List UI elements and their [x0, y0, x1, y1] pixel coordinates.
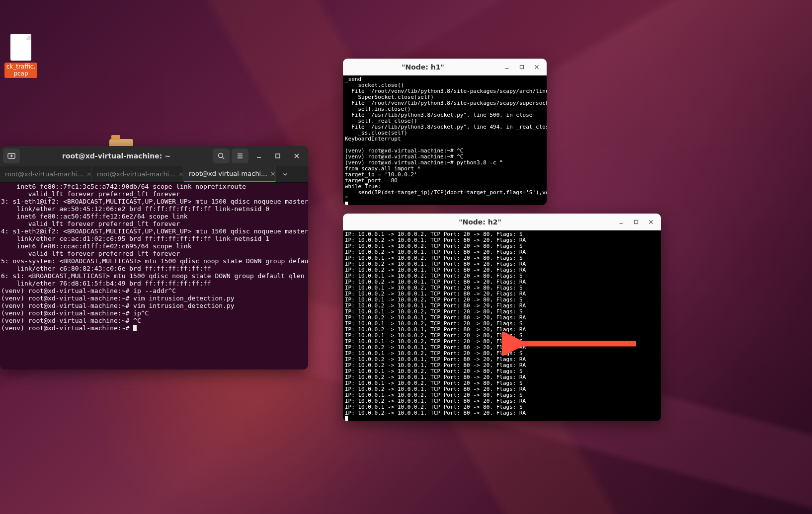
search-icon	[217, 152, 225, 160]
window-minimize-button[interactable]	[614, 216, 628, 228]
node-h1-window[interactable]: "Node: h1" _send socket.close() File "/r…	[343, 59, 547, 205]
desktop-file-icon[interactable]: ck_traffic. pcap	[0, 34, 42, 78]
node-h1-titlebar[interactable]: "Node: h1"	[343, 59, 547, 75]
close-icon	[648, 219, 654, 225]
desktop-file-label: ck_traffic. pcap	[4, 63, 38, 78]
node-h2-output[interactable]: IP: 10.0.0.1 -> 10.0.0.2, TCP Port: 20 -…	[343, 230, 661, 421]
gnome-terminal-headerbar[interactable]: root@xd-virtual-machine: ~	[0, 146, 308, 166]
svg-rect-3	[520, 65, 524, 69]
window-close-button[interactable]	[644, 216, 658, 228]
window-minimize-button[interactable]	[250, 148, 267, 163]
node-h2-titlebar[interactable]: "Node: h2"	[343, 214, 661, 230]
terminal-tab[interactable]: root@xd-virtual-machi... ×	[0, 166, 92, 182]
search-button[interactable]	[213, 148, 230, 163]
terminal-tab-label: root@xd-virtual-machi...	[189, 170, 267, 177]
node-h1-title: "Node: h1"	[346, 63, 500, 71]
tab-close-icon[interactable]: ×	[270, 170, 276, 177]
new-tab-button[interactable]	[3, 148, 20, 163]
terminal-tab-label: root@xd-virtual-machi...	[5, 170, 83, 178]
svg-rect-2	[276, 154, 280, 158]
tab-close-icon[interactable]: ×	[178, 170, 184, 178]
node-h2-title: "Node: h2"	[346, 218, 614, 226]
minimize-icon	[503, 64, 510, 71]
terminal-tab-label: root@xd-virtual-machi...	[97, 170, 175, 178]
terminal-tab-active[interactable]: root@xd-virtual-machi... ×	[184, 166, 276, 182]
svg-rect-4	[635, 220, 638, 223]
window-maximize-button[interactable]	[515, 61, 529, 73]
svg-point-1	[219, 153, 223, 158]
gnome-terminal-tabbar[interactable]: root@xd-virtual-machi... × root@xd-virtu…	[0, 166, 308, 183]
window-maximize-button[interactable]	[269, 148, 286, 163]
tab-close-icon[interactable]: ×	[86, 170, 92, 178]
file-glyph-icon	[10, 34, 31, 61]
minimize-icon	[255, 152, 263, 160]
maximize-icon	[633, 219, 640, 225]
chevron-down-icon	[282, 171, 289, 178]
gnome-terminal-title: root@xd-virtual-machine: ~	[22, 152, 211, 160]
tab-overflow-button[interactable]	[276, 166, 295, 182]
hamburger-icon	[236, 152, 244, 160]
window-close-button[interactable]	[288, 148, 305, 163]
maximize-icon	[518, 64, 525, 71]
maximize-icon	[274, 152, 282, 160]
node-h1-output[interactable]: _send socket.close() File "/root/venv/li…	[343, 75, 547, 205]
node-h2-window[interactable]: "Node: h2" IP: 10.0.0.1 -> 10.0.0.2, TCP…	[343, 214, 661, 421]
close-icon	[293, 152, 301, 160]
minimize-icon	[618, 219, 625, 225]
terminal-output[interactable]: inet6 fe80::7fc1:3c5c:a742:90db/64 scope…	[0, 183, 308, 369]
gnome-terminal-window[interactable]: root@xd-virtual-machine: ~ root@xd-virtu…	[0, 146, 308, 369]
window-close-button[interactable]	[530, 61, 544, 73]
close-icon	[533, 64, 540, 71]
new-tab-icon	[7, 152, 15, 160]
menu-button[interactable]	[232, 148, 248, 163]
window-maximize-button[interactable]	[629, 216, 643, 228]
terminal-tab[interactable]: root@xd-virtual-machi... ×	[92, 166, 184, 182]
window-minimize-button[interactable]	[500, 61, 514, 73]
